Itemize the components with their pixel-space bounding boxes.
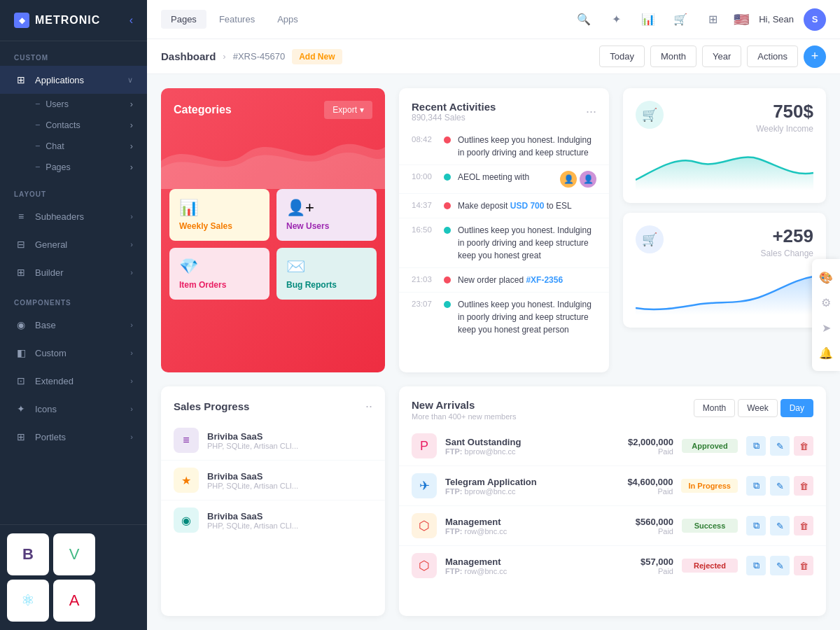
sidebar-item-extended[interactable]: ⊡ Extended › (0, 367, 147, 395)
delete-button[interactable]: 🗑 (794, 516, 813, 536)
activity-time: 14:37 (412, 201, 437, 209)
activity-item-1: 08:42 Outlines keep you honest. Indulgin… (399, 128, 609, 165)
tab-pages[interactable]: Pages (161, 10, 206, 29)
sidebar-item-subheaders[interactable]: ≡ Subheaders › (0, 202, 147, 230)
activity-item-5: 21:03 New order placed #XF-2356 (399, 268, 609, 293)
sales-icon-2: ★ (174, 468, 199, 493)
sidebar-item-portlets[interactable]: ⊞ Portlets › (0, 423, 147, 451)
rt-palette-icon[interactable]: 🎨 (816, 267, 836, 287)
brand-name: METRONIC (35, 14, 100, 27)
arrivals-tab-week[interactable]: Week (738, 399, 777, 417)
export-button[interactable]: Export ▾ (324, 101, 372, 119)
arrivals-tab-day[interactable]: Day (780, 399, 813, 417)
activity-dot (444, 227, 451, 234)
arrivals-title: New Arrivals (412, 399, 517, 411)
rt-settings-icon[interactable]: ⚙ (816, 293, 836, 312)
activities-title: Recent Activities (412, 101, 496, 113)
sidebar-subitem-users[interactable]: − Users › (0, 94, 147, 115)
chart-icon[interactable]: 📊 (637, 8, 659, 31)
arrival-icon-4: ⬡ (412, 553, 437, 578)
copy-button[interactable]: ⧉ (746, 516, 766, 536)
delete-button[interactable]: 🗑 (794, 436, 813, 456)
rt-send-icon[interactable]: ➤ (816, 318, 836, 337)
activities-menu[interactable]: ··· (586, 104, 596, 119)
sales-chart (636, 266, 813, 315)
user-greeting: Hi, Sean (759, 14, 794, 24)
orders-icon: 💎 (179, 258, 198, 276)
applications-chevron: ∨ (127, 76, 133, 85)
year-button[interactable]: Year (702, 46, 741, 67)
arrival-row-2: ✈ Telegram Application FTP: bprow@bnc.cc… (399, 466, 826, 506)
sidebar-subitem-pages[interactable]: − Pages › (0, 157, 147, 178)
sales-change-label: Sales Change (761, 248, 813, 258)
tab-apps[interactable]: Apps (267, 10, 308, 29)
vue-icon[interactable]: V (53, 533, 95, 575)
arrival-amount-2: $4,600,000 Paid (610, 477, 673, 496)
today-button[interactable]: Today (599, 46, 645, 67)
sidebar-subitem-contacts[interactable]: − Contacts › (0, 115, 147, 136)
category-new-users[interactable]: 👤+ New Users (276, 189, 377, 241)
copy-button[interactable]: ⧉ (746, 436, 766, 456)
copy-button[interactable]: ⧉ (746, 476, 766, 496)
sales-menu[interactable]: ·· (365, 399, 372, 414)
sidebar-toggle[interactable]: ‹ (130, 14, 133, 27)
bug-icon: ✉️ (286, 258, 305, 276)
tab-features[interactable]: Features (209, 10, 265, 29)
arrival-row-1: P Sant Outstanding FTP: bprow@bnc.cc $2,… (399, 426, 826, 466)
subheader: Dashboard › #XRS-45670 Add New Today Mon… (147, 39, 840, 74)
network-icon[interactable]: ✦ (605, 8, 627, 31)
arrival-badge-2: In Progress (681, 479, 738, 493)
extended-icon: ⊡ (14, 374, 28, 388)
react-icon[interactable]: ⚛ (7, 580, 49, 622)
add-button[interactable]: + (804, 46, 826, 68)
sidebar-item-icons[interactable]: ✦ Icons › (0, 395, 147, 423)
base-chevron: › (130, 321, 133, 329)
grid-icon[interactable]: ⊞ (701, 8, 724, 31)
sidebar-subitem-chat[interactable]: − Chat › (0, 136, 147, 157)
user-avatar[interactable]: S (804, 8, 826, 31)
add-new-button[interactable]: Add New (292, 49, 342, 64)
sales-header: Sales Progress ·· (161, 386, 385, 421)
category-item-orders[interactable]: 💎 Item Orders (169, 248, 270, 300)
sales-icon: 🛒 (636, 225, 664, 253)
builder-chevron: › (130, 268, 133, 276)
cart-icon[interactable]: 🛒 (669, 8, 692, 31)
breadcrumb-id: #XRS-45670 (233, 51, 285, 62)
general-chevron: › (130, 240, 133, 248)
copy-button[interactable]: ⧉ (746, 556, 766, 575)
sidebar-item-builder[interactable]: ⊞ Builder › (0, 258, 147, 286)
category-bug-reports[interactable]: ✉️ Bug Reports (276, 248, 377, 300)
edit-button[interactable]: ✎ (770, 436, 790, 456)
arrivals-tabs: Month Week Day (694, 399, 813, 417)
angular-icon[interactable]: A (53, 580, 95, 622)
delete-button[interactable]: 🗑 (794, 556, 813, 575)
activity-text: Outlines keep you honest. Indulging in p… (458, 298, 596, 336)
arrivals-tab-month[interactable]: Month (694, 399, 735, 417)
actions-button[interactable]: Actions (747, 46, 798, 67)
activity-dot (444, 276, 451, 284)
rt-bell-icon[interactable]: 🔔 (816, 343, 836, 363)
arrival-icon-2: ✈ (412, 473, 437, 498)
month-button[interactable]: Month (650, 46, 696, 67)
delete-button[interactable]: 🗑 (794, 476, 813, 496)
main-area: Pages Features Apps 🔍 ✦ 📊 🛒 ⊞ 🇺🇸 Hi, Sea… (147, 0, 840, 630)
sidebar-item-base[interactable]: ◉ Base › (0, 311, 147, 339)
activity-dot (444, 136, 451, 144)
applications-icon: ⊞ (14, 73, 28, 87)
sidebar-item-applications[interactable]: ⊞ Applications ∨ (0, 66, 147, 94)
category-weekly-sales[interactable]: 📊 Weekly Sales (169, 189, 270, 241)
search-icon[interactable]: 🔍 (573, 8, 595, 31)
arrival-icon-1: P (412, 433, 437, 458)
activity-text: New order placed #XF-2356 (458, 274, 596, 286)
income-value: 750$ (756, 101, 813, 122)
custom-chevron: › (130, 349, 133, 357)
bootstrap-icon[interactable]: B (7, 533, 49, 575)
subheaders-icon: ≡ (14, 209, 28, 223)
edit-button[interactable]: ✎ (770, 476, 790, 496)
edit-button[interactable]: ✎ (770, 556, 790, 575)
sidebar-item-custom[interactable]: ◧ Custom › (0, 339, 147, 367)
income-icon: 🛒 (636, 101, 664, 129)
sidebar-item-general[interactable]: ⊟ General › (0, 230, 147, 258)
activity-item-3: 14:37 Make deposit USD 700 to ESL (399, 194, 609, 218)
edit-button[interactable]: ✎ (770, 516, 790, 536)
